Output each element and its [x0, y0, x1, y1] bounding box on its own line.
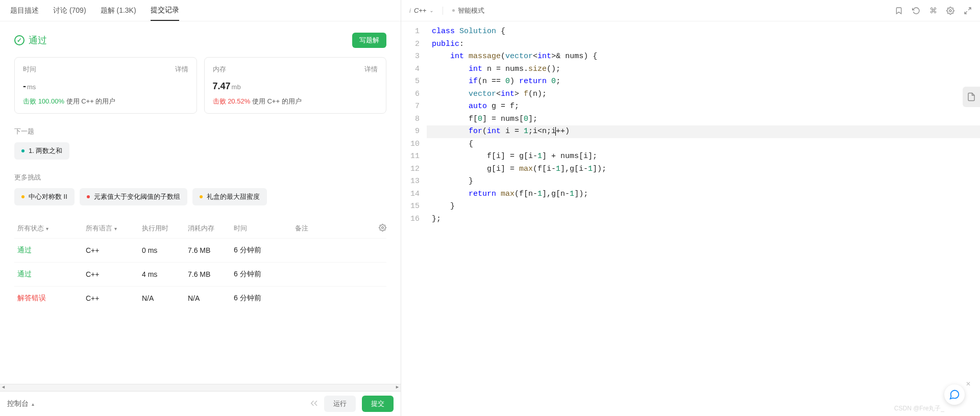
- mode-selector[interactable]: 智能模式: [452, 6, 484, 15]
- svg-point-1: [949, 10, 951, 12]
- watermark: CSDN @Fre丸子_: [894, 404, 944, 413]
- bookmark-icon[interactable]: [895, 7, 903, 15]
- hdr-note: 备注: [295, 224, 373, 233]
- challenge-pill[interactable]: 中心对称数 II: [14, 188, 75, 205]
- tab-discussion[interactable]: 讨论 (709): [53, 0, 86, 21]
- content-scroll[interactable]: 通过 写题解 时间 详情 -ms 击败 100.00% 使用 C++ 的用户: [0, 21, 401, 384]
- language-label: C++: [414, 7, 427, 14]
- next-problem-text: 1. 两数之和: [29, 146, 62, 155]
- code-line[interactable]: };: [427, 213, 980, 226]
- result-status-text: 通过: [29, 34, 47, 46]
- cell-lang: C++: [86, 270, 142, 278]
- cell-time: 6 分钟前: [234, 246, 295, 255]
- hdr-time: 时间: [234, 224, 295, 233]
- tab-description[interactable]: 题目描述: [10, 0, 39, 21]
- hdr-lang[interactable]: 所有语言▾: [86, 224, 142, 233]
- stat-mem-beat-pct: 20.52%: [228, 97, 250, 105]
- stat-mem-value: 7.47: [213, 81, 231, 91]
- stat-mem-beat-label: 击败: [213, 97, 226, 105]
- cell-runtime: N/A: [142, 294, 188, 302]
- run-button[interactable]: 运行: [324, 396, 356, 412]
- cell-lang: C++: [86, 246, 142, 254]
- code-area[interactable]: class Solution {public: int massage(vect…: [427, 25, 980, 416]
- stat-time-beat-label: 击败: [23, 97, 36, 105]
- gear-icon[interactable]: [373, 224, 386, 233]
- reset-icon[interactable]: [912, 7, 920, 15]
- cell-memory: N/A: [188, 294, 234, 302]
- divider: [443, 7, 443, 15]
- code-line[interactable]: vector<int> f(n);: [427, 88, 980, 101]
- settings-icon[interactable]: [946, 7, 954, 15]
- code-line[interactable]: auto g = f;: [427, 100, 980, 113]
- table-header: 所有状态▾ 所有语言▾ 执行用时 消耗内存 时间 备注: [14, 219, 386, 238]
- table-row[interactable]: 解答错误C++N/AN/A6 分钟前: [14, 286, 386, 310]
- write-solution-button[interactable]: 写题解: [352, 33, 386, 48]
- stat-time-users: 使用 C++ 的用户: [66, 97, 116, 105]
- code-line[interactable]: g[i] = max(f[i-1],g[i-1]);: [427, 163, 980, 176]
- code-line[interactable]: f[i] = g[i-1] + nums[i];: [427, 150, 980, 163]
- stat-time-unit: ms: [27, 83, 36, 91]
- code-line[interactable]: int n = nums.size();: [427, 63, 980, 76]
- code-line[interactable]: }: [427, 200, 980, 213]
- code-line[interactable]: {: [427, 138, 980, 151]
- collapse-icon[interactable]: [310, 399, 318, 409]
- table-row[interactable]: 通过C++4 ms7.6 MB6 分钟前: [14, 262, 386, 286]
- mode-dot-icon: [452, 9, 455, 12]
- code-line[interactable]: }: [427, 175, 980, 188]
- code-editor[interactable]: 12345678910111213141516 class Solution {…: [401, 21, 980, 416]
- side-tab-notes[interactable]: [963, 87, 980, 107]
- table-row[interactable]: 通过C++0 ms7.6 MB6 分钟前: [14, 238, 386, 262]
- challenge-pill[interactable]: 礼盒的最大甜蜜度: [192, 188, 267, 205]
- challenge-text: 礼盒的最大甜蜜度: [207, 192, 260, 201]
- hdr-status[interactable]: 所有状态▾: [14, 224, 86, 233]
- stat-time-title: 时间: [23, 65, 36, 74]
- cell-status: 通过: [14, 246, 86, 255]
- editor-header: i C++ ⌄ 智能模式 ⌘: [401, 0, 980, 21]
- code-line[interactable]: return max(f[n-1],g[n-1]);: [427, 188, 980, 201]
- tab-solutions[interactable]: 题解 (1.3K): [101, 0, 136, 21]
- hdr-runtime: 执行用时: [142, 224, 188, 233]
- code-line[interactable]: int massage(vector<int>& nums) {: [427, 50, 980, 63]
- fullscreen-icon[interactable]: [964, 7, 972, 15]
- svg-point-0: [382, 227, 384, 229]
- difficulty-dot: [200, 195, 203, 198]
- submit-button[interactable]: 提交: [362, 396, 394, 412]
- chevron-down-icon: ⌄: [429, 8, 433, 13]
- shortcut-icon[interactable]: ⌘: [929, 6, 937, 15]
- difficulty-dot-easy: [21, 149, 24, 152]
- code-line[interactable]: public:: [427, 38, 980, 51]
- hdr-memory: 消耗内存: [188, 224, 234, 233]
- more-label: 更多挑战: [14, 173, 386, 182]
- cell-time: 6 分钟前: [234, 294, 295, 303]
- code-line[interactable]: if(n == 0) return 0;: [427, 75, 980, 88]
- code-line[interactable]: class Solution {: [427, 25, 980, 38]
- check-icon: [14, 35, 24, 45]
- console-toggle[interactable]: 控制台 ▴: [7, 399, 34, 408]
- challenge-pill[interactable]: 元素值大于变化阈值的子数组: [80, 188, 187, 205]
- console-label: 控制台: [7, 399, 29, 408]
- cell-memory: 7.6 MB: [188, 270, 234, 278]
- cell-runtime: 4 ms: [142, 270, 188, 278]
- code-line[interactable]: for(int i = 1;i<n;i++): [427, 125, 980, 138]
- next-problem-pill[interactable]: 1. 两数之和: [14, 142, 69, 160]
- stat-mem-detail[interactable]: 详情: [364, 65, 378, 74]
- more-tags-row: 中心对称数 II元素值大于变化阈值的子数组礼盒的最大甜蜜度: [14, 188, 386, 205]
- chevron-down-icon: ▾: [114, 226, 117, 231]
- stat-card-time[interactable]: 时间 详情 -ms 击败 100.00% 使用 C++ 的用户: [14, 57, 197, 114]
- chat-button[interactable]: [944, 384, 965, 405]
- challenge-text: 中心对称数 II: [29, 192, 67, 201]
- code-line[interactable]: f[0] = nums[0];: [427, 113, 980, 126]
- language-selector[interactable]: i C++ ⌄: [409, 7, 433, 14]
- mode-label: 智能模式: [458, 6, 484, 15]
- result-status: 通过: [14, 34, 47, 46]
- submissions-table: 所有状态▾ 所有语言▾ 执行用时 消耗内存 时间 备注 通过C++0 ms7.6…: [14, 219, 386, 310]
- stat-time-value: -: [23, 81, 26, 91]
- tab-submissions[interactable]: 提交记录: [151, 0, 179, 21]
- difficulty-dot: [21, 195, 24, 198]
- stat-card-memory[interactable]: 内存 详情 7.47mb 击败 20.52% 使用 C++ 的用户: [204, 57, 387, 114]
- horizontal-scrollbar[interactable]: [0, 384, 401, 391]
- stat-time-detail[interactable]: 详情: [175, 65, 188, 74]
- chat-close-icon[interactable]: ✕: [966, 380, 971, 387]
- cell-memory: 7.6 MB: [188, 246, 234, 254]
- tabs-row: 题目描述 讨论 (709) 题解 (1.3K) 提交记录: [0, 0, 401, 21]
